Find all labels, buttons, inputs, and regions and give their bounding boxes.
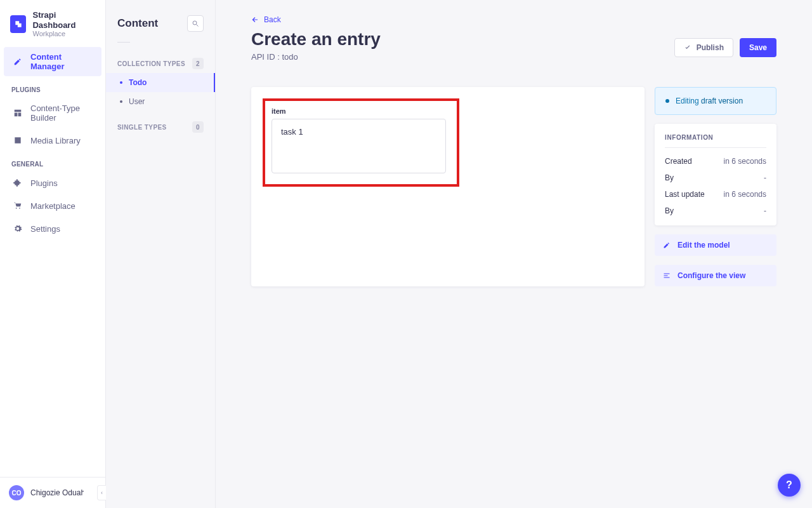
info-key: By <box>665 206 674 215</box>
brand-block: Strapi Dashboard Workplace <box>0 0 105 46</box>
field-item-input[interactable] <box>272 119 446 173</box>
publish-button[interactable]: Publish <box>674 38 733 57</box>
general-section-header: GENERAL <box>0 152 105 171</box>
configure-view-label: Configure the view <box>678 271 745 280</box>
divider <box>117 42 130 43</box>
publish-label: Publish <box>697 43 724 52</box>
layout-config-icon <box>662 271 671 280</box>
nav-content-manager[interactable]: Content Manager <box>4 47 102 76</box>
pencil-square-icon <box>13 57 23 67</box>
nav-media-label: Media Library <box>30 136 81 145</box>
nav-ctb-label: Content-Type Builder <box>30 104 93 123</box>
primary-sidebar: Strapi Dashboard Workplace Content Manag… <box>0 0 106 508</box>
info-val: - <box>764 173 766 182</box>
cart-icon <box>13 201 23 211</box>
info-row: By - <box>665 173 766 182</box>
brand-subtitle: Workplace <box>32 30 95 38</box>
edit-model-button[interactable]: Edit the model <box>655 234 776 256</box>
back-link[interactable]: Back <box>251 15 776 24</box>
main-content: Back Create an entry API ID : todo Publi… <box>216 0 812 508</box>
field-item-label: item <box>272 107 450 115</box>
nav-content-type-builder[interactable]: Content-Type Builder <box>4 98 102 128</box>
nav-settings-label: Settings <box>30 224 60 234</box>
content-sidebar-title: Content <box>117 17 158 30</box>
avatar: CO <box>9 485 24 500</box>
content-search-button[interactable] <box>187 15 204 32</box>
collection-types-list: Todo User <box>106 73 215 111</box>
svg-line-1 <box>197 25 199 27</box>
status-suffix: draft version <box>701 97 743 105</box>
save-label: Save <box>749 43 767 52</box>
puzzle-icon <box>13 178 23 188</box>
image-icon <box>13 135 23 145</box>
information-heading: INFORMATION <box>665 134 766 148</box>
information-card: INFORMATION Created in 6 seconds By - La… <box>655 124 776 225</box>
collection-types-header: COLLECTION TYPES 2 <box>106 48 215 73</box>
collection-item-todo[interactable]: Todo <box>106 73 215 92</box>
question-icon: ? <box>786 479 792 491</box>
info-key: Last update <box>665 190 705 199</box>
configure-view-button[interactable]: Configure the view <box>655 265 776 286</box>
user-name: Chigozie Oduah <box>30 488 84 497</box>
nav-settings[interactable]: Settings <box>4 218 102 239</box>
edit-model-label: Edit the model <box>678 241 730 250</box>
info-row: Created in 6 seconds <box>665 157 766 166</box>
plugins-section-header: PLUGINS <box>0 77 105 97</box>
back-label: Back <box>264 15 281 24</box>
status-prefix: Editing <box>676 97 701 105</box>
save-button[interactable]: Save <box>740 38 776 57</box>
nav-content-manager-label: Content Manager <box>30 52 93 71</box>
user-footer[interactable]: CO Chigozie Oduah ‹ <box>0 477 105 508</box>
chevron-left-icon: ‹ <box>101 490 103 496</box>
info-val: in 6 seconds <box>724 190 766 199</box>
nav-plugins[interactable]: Plugins <box>4 173 102 193</box>
brand-text: Strapi Dashboard Workplace <box>32 10 95 38</box>
status-dot-icon <box>665 99 669 103</box>
collection-types-count: 2 <box>192 58 204 69</box>
collection-item-label: User <box>129 97 145 106</box>
page-title: Create an entry <box>251 29 381 50</box>
arrow-left-icon <box>251 16 259 23</box>
check-icon <box>684 44 691 51</box>
api-id: API ID : todo <box>251 52 381 62</box>
nav-marketplace[interactable]: Marketplace <box>4 196 102 216</box>
entry-form-card: item <box>251 87 645 286</box>
nav-plugins-label: Plugins <box>30 178 58 188</box>
collection-item-user[interactable]: User <box>106 92 215 111</box>
nav-media-library[interactable]: Media Library <box>4 130 102 150</box>
single-types-count: 0 <box>192 121 204 133</box>
page-header-text: Create an entry API ID : todo <box>251 29 381 62</box>
collection-types-label: COLLECTION TYPES <box>117 60 185 67</box>
info-row: By - <box>665 206 766 215</box>
search-icon <box>192 20 199 27</box>
info-val: in 6 seconds <box>724 157 766 166</box>
sidebar-collapse-toggle[interactable]: ‹ <box>97 485 106 500</box>
collection-item-label: Todo <box>129 78 147 87</box>
brand-title: Strapi Dashboard <box>32 10 95 30</box>
single-types-header: SINGLE TYPES 0 <box>106 111 215 137</box>
layout-icon <box>13 108 23 118</box>
info-key: Created <box>665 157 692 166</box>
info-key: By <box>665 173 674 182</box>
content-sidebar: Content COLLECTION TYPES 2 Todo User SIN… <box>106 0 216 508</box>
highlight-annotation: item <box>263 98 459 187</box>
info-row: Last update in 6 seconds <box>665 190 766 199</box>
single-types-label: SINGLE TYPES <box>117 124 167 131</box>
editing-status-card: Editing draft version <box>655 87 776 115</box>
nav-marketplace-label: Marketplace <box>30 201 75 211</box>
brand-logo <box>10 15 26 33</box>
strapi-logo-icon <box>14 20 23 29</box>
header-actions: Publish Save <box>674 38 776 57</box>
svg-point-0 <box>193 21 197 25</box>
pencil-icon <box>662 241 671 250</box>
help-fab[interactable]: ? <box>778 474 801 497</box>
info-val: - <box>764 206 766 215</box>
gear-icon <box>13 224 23 234</box>
side-rail: Editing draft version INFORMATION Create… <box>655 87 776 286</box>
